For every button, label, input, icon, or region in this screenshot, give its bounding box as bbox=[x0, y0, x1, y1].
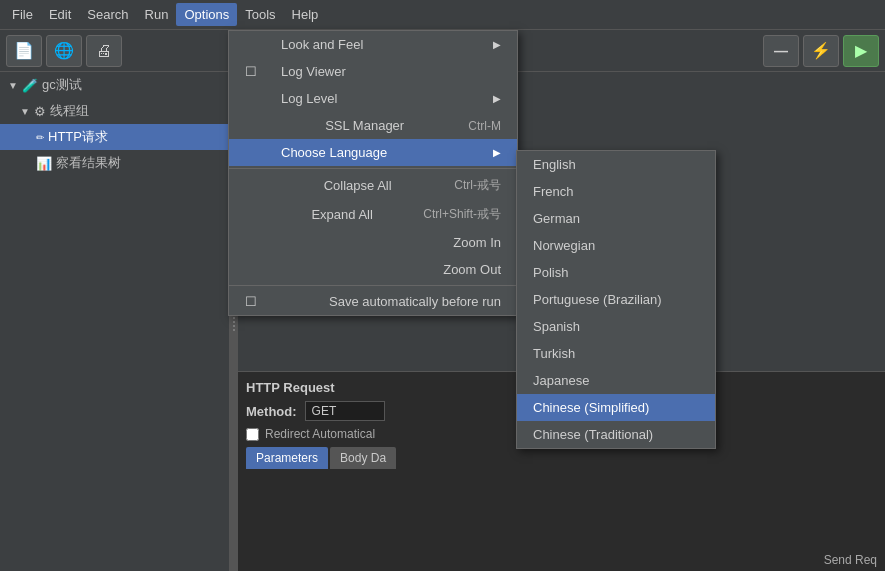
lang-turkish[interactable]: Turkish bbox=[517, 340, 715, 367]
shortcut-collapse: Ctrl-戒号 bbox=[454, 177, 501, 194]
lang-german[interactable]: German bbox=[517, 205, 715, 232]
menu-collapse-all[interactable]: Collapse All Ctrl-戒号 bbox=[229, 171, 517, 200]
menu-save-auto[interactable]: ☐ Save automatically before run bbox=[229, 288, 517, 315]
lang-norwegian[interactable]: Norwegian bbox=[517, 232, 715, 259]
lang-chinese-traditional[interactable]: Chinese (Traditional) bbox=[517, 421, 715, 448]
menu-sep-1 bbox=[229, 168, 517, 169]
check-logviewer: ☐ bbox=[245, 64, 261, 79]
arrow-lookandfeel: ▶ bbox=[493, 39, 501, 50]
check-saveauto: ☐ bbox=[245, 294, 261, 309]
options-dropdown: Look and Feel ▶ ☐ Log Viewer Log Level ▶… bbox=[228, 30, 518, 316]
arrow-lang: ▶ bbox=[493, 147, 501, 158]
menu-look-and-feel-label: Look and Feel bbox=[281, 37, 363, 52]
menu-log-level[interactable]: Log Level ▶ bbox=[229, 85, 517, 112]
lang-english[interactable]: English bbox=[517, 151, 715, 178]
language-submenu: English French German Norwegian Polish P… bbox=[516, 150, 716, 449]
menu-zoom-out-label: Zoom Out bbox=[443, 262, 501, 277]
menu-ssl-label: SSL Manager bbox=[325, 118, 404, 133]
menu-log-level-label: Log Level bbox=[281, 91, 337, 106]
menu-zoom-in[interactable]: Zoom In bbox=[229, 229, 517, 256]
menu-overlay: Look and Feel ▶ ☐ Log Viewer Log Level ▶… bbox=[0, 0, 885, 571]
menu-zoom-out[interactable]: Zoom Out bbox=[229, 256, 517, 283]
lang-french[interactable]: French bbox=[517, 178, 715, 205]
shortcut-expand: Ctrl+Shift-戒号 bbox=[423, 206, 501, 223]
menu-zoom-in-label: Zoom In bbox=[453, 235, 501, 250]
menu-expand-label: Expand All bbox=[311, 207, 372, 222]
shortcut-ssl: Ctrl-M bbox=[468, 119, 501, 133]
lang-chinese-simplified[interactable]: Chinese (Simplified) bbox=[517, 394, 715, 421]
menu-collapse-label: Collapse All bbox=[324, 178, 392, 193]
menu-choose-language[interactable]: Choose Language ▶ bbox=[229, 139, 517, 166]
menu-expand-all[interactable]: Expand All Ctrl+Shift-戒号 bbox=[229, 200, 517, 229]
lang-polish[interactable]: Polish bbox=[517, 259, 715, 286]
menu-log-viewer-label: Log Viewer bbox=[281, 64, 346, 79]
menu-choose-language-label: Choose Language bbox=[281, 145, 387, 160]
arrow-loglevel: ▶ bbox=[493, 93, 501, 104]
menu-save-auto-label: Save automatically before run bbox=[329, 294, 501, 309]
lang-spanish[interactable]: Spanish bbox=[517, 313, 715, 340]
lang-portuguese[interactable]: Portuguese (Brazilian) bbox=[517, 286, 715, 313]
menu-ssl-manager[interactable]: SSL Manager Ctrl-M bbox=[229, 112, 517, 139]
menu-look-and-feel[interactable]: Look and Feel ▶ bbox=[229, 31, 517, 58]
lang-japanese[interactable]: Japanese bbox=[517, 367, 715, 394]
menu-log-viewer[interactable]: ☐ Log Viewer bbox=[229, 58, 517, 85]
menu-sep-2 bbox=[229, 285, 517, 286]
